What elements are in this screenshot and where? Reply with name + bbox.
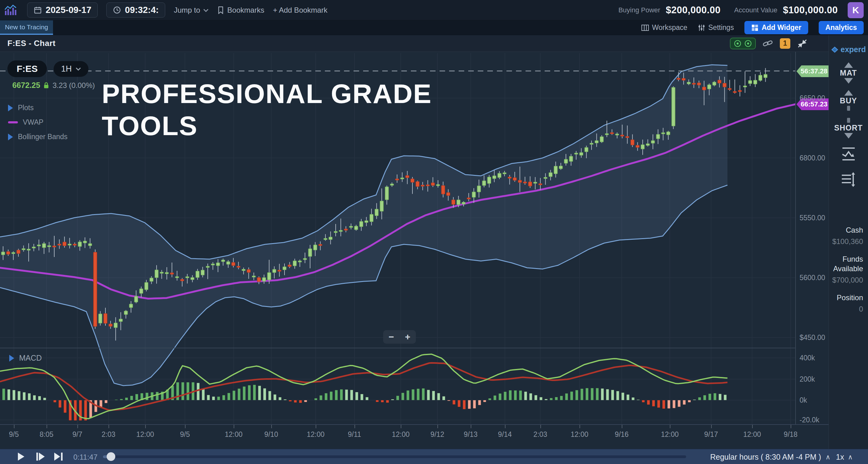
legend-plots[interactable]: Plots <box>8 100 67 115</box>
time-axis-label: 12:00 <box>656 430 684 439</box>
time-axis-label: 9/17 <box>697 430 725 439</box>
chart-panel-title: F:ES - Chart <box>7 38 56 48</box>
arrow-down-icon <box>844 133 853 139</box>
legend-macd[interactable]: MACD <box>9 353 42 362</box>
time-axis-tick <box>145 425 146 428</box>
last-price-row: 6672.25 3.23 (0.00%) <box>12 81 95 90</box>
short-button[interactable]: SHORT <box>829 118 868 139</box>
time-axis-tick <box>46 425 47 428</box>
time-axis-tick <box>78 425 78 428</box>
target-icon <box>734 39 742 48</box>
time-axis-label: 9/10 <box>257 430 285 439</box>
price-axis-label: 200k <box>800 375 815 383</box>
time-axis-label: 9/12 <box>424 430 451 439</box>
analytics-button[interactable]: Analytics <box>819 21 864 34</box>
price-change: 3.23 (0.00%) <box>53 81 95 90</box>
chevron-up-icon: ∧ <box>848 453 852 461</box>
time-value: 09:32:4: <box>125 5 159 15</box>
watermark-text: PROFESSIONAL GRADE TOOLS <box>102 78 432 142</box>
timeline-slider[interactable] <box>103 455 686 458</box>
stat-label: Position <box>831 293 863 302</box>
vwap-line-swatch <box>8 121 18 123</box>
status-pill[interactable] <box>730 38 756 49</box>
link-icon[interactable] <box>763 39 773 48</box>
zoom-in-button[interactable]: + <box>400 330 416 344</box>
time-axis-tick <box>185 425 186 428</box>
stat-label: Cash <box>831 225 863 235</box>
time-axis-tick <box>108 425 109 428</box>
lock-icon <box>43 82 49 89</box>
play-button[interactable] <box>18 453 24 461</box>
time-axis-tick <box>580 425 580 428</box>
price-axis[interactable]: 56:37.28 66:57.23 6650.006800.005550.005… <box>795 52 829 424</box>
time-axis-label: 12:00 <box>738 430 766 439</box>
stat-label: Funds Available <box>831 254 863 273</box>
speed-selector[interactable]: 1x ∧ <box>836 453 853 462</box>
brand-logo: experd <box>829 45 868 54</box>
settings-button[interactable]: Settings <box>698 24 734 32</box>
brand-diamond-icon <box>831 46 838 53</box>
expand-triangle-icon <box>8 105 13 111</box>
workspace-button[interactable]: Workspace <box>642 24 687 32</box>
zoom-controls: − + <box>383 330 416 344</box>
time-axis-tick <box>670 425 671 428</box>
session-selector[interactable]: Regular hours ( 8:30 AM -4 PM ) ∧ <box>710 453 830 462</box>
account-summary: Buying Power $200,000.00 Account Value $… <box>618 2 864 18</box>
add-widget-button[interactable]: Add Widger <box>744 21 808 34</box>
zoom-out-button[interactable]: − <box>383 330 400 344</box>
date-value: 2025-09-17 <box>45 5 91 15</box>
arrow-up-icon <box>844 62 853 68</box>
date-picker[interactable]: 2025-09-17 <box>27 2 98 18</box>
arrow-down-icon <box>844 78 853 84</box>
avatar[interactable]: K <box>848 2 864 18</box>
time-picker[interactable]: 09:32:4: <box>106 2 165 18</box>
widget-grid-icon <box>751 24 758 31</box>
legend-vwap[interactable]: VWAP <box>8 115 67 129</box>
chart-tool-icon[interactable] <box>841 147 857 161</box>
price-axis-label: 6650.00 <box>800 94 825 103</box>
account-value-value: $100,000.00 <box>783 5 838 16</box>
time-axis-tick <box>711 425 712 428</box>
time-axis-tick <box>14 425 14 428</box>
clock-icon <box>113 6 121 14</box>
app-logo-icon <box>4 4 19 16</box>
expand-triangle-icon <box>8 134 13 140</box>
symbol-pill[interactable]: F:ES <box>7 60 47 77</box>
price-axis-label: -20.0k <box>800 416 819 424</box>
time-axis[interactable]: 9/58:059/72:0312:009/512:009/1012:009/11… <box>0 424 829 449</box>
interval-dropdown[interactable]: 1H <box>54 61 89 77</box>
notification-badge[interactable]: 1 <box>780 38 790 49</box>
price-axis-label: $450.00 <box>800 334 825 342</box>
legend-bollinger[interactable]: Bollinger Bands <box>8 129 67 144</box>
skip-forward-button[interactable] <box>54 453 63 461</box>
account-stats: Cash $100,360 Funds Available $700,000 P… <box>831 217 863 314</box>
trade-sidebar: experd MAT BUY SHORT <box>829 35 868 449</box>
price-axis-label: 400k <box>800 354 815 362</box>
time-axis-tick <box>234 425 234 428</box>
time-axis-label: 9/5 <box>0 430 28 439</box>
time-axis-tick <box>401 425 401 428</box>
mat-button[interactable]: MAT <box>829 62 868 84</box>
time-axis-label: 8:05 <box>33 430 60 439</box>
chevron-down-icon <box>75 67 81 71</box>
top-bar: 2025-09-17 09:32:4: Jump to Bookmarks + … <box>0 0 868 20</box>
target-icon <box>744 39 752 48</box>
time-axis-tick <box>790 425 791 428</box>
skip-back-button[interactable] <box>36 453 45 461</box>
slider-knob[interactable] <box>107 452 115 461</box>
dom-ladder-icon[interactable] <box>841 172 857 187</box>
stub-icon <box>847 118 850 123</box>
trading-app: 2025-09-17 09:32:4: Jump to Bookmarks + … <box>0 0 868 464</box>
bookmarks-button[interactable]: Bookmarks <box>217 6 264 14</box>
last-price: 6672.25 <box>12 81 40 90</box>
buy-button[interactable]: BUY <box>829 90 868 111</box>
add-bookmark-button[interactable]: + Add Bookmark <box>273 6 327 14</box>
time-axis-label: 9/18 <box>777 430 805 439</box>
time-axis-tick <box>354 425 355 428</box>
time-axis-tick <box>271 425 272 428</box>
jump-to-dropdown[interactable]: Jump to <box>174 6 209 14</box>
stat-value: $700,000 <box>831 275 863 285</box>
collapse-icon[interactable] <box>797 38 808 49</box>
tab-new-to-trading[interactable]: New to Tracing <box>0 20 53 35</box>
time-axis-tick <box>752 425 753 428</box>
